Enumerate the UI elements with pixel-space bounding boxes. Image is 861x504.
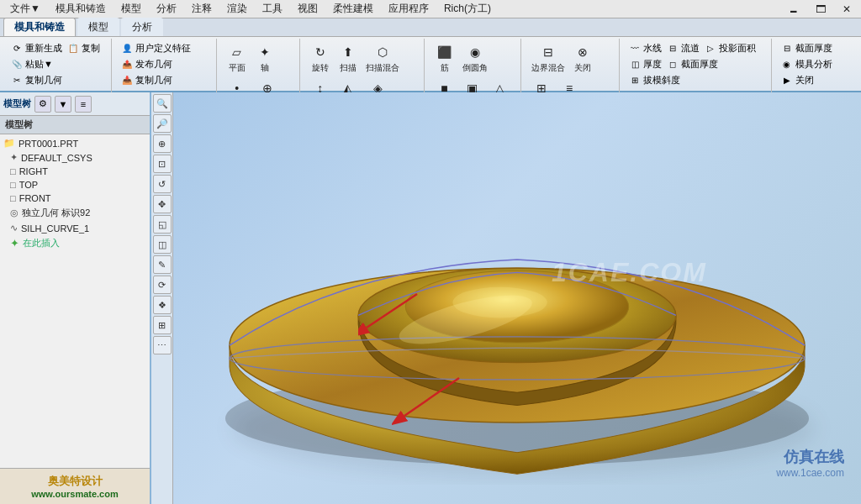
btn-axis[interactable]: ✦ 轴 — [251, 40, 278, 76]
btn-plane[interactable]: ▱ 平面 — [224, 40, 251, 76]
side-rotate[interactable]: ↺ — [153, 175, 172, 193]
maximize-button[interactable]: 🗖 — [809, 2, 832, 17]
panel-expand-button[interactable]: ▼ — [55, 96, 71, 113]
tab-mold[interactable]: 模具和铸造 — [3, 18, 76, 36]
minimize-button[interactable]: 🗕 — [782, 2, 806, 17]
waterline-icon: 〰 — [628, 41, 642, 55]
btn-sweep[interactable]: ⬆ 扫描 — [335, 40, 362, 76]
boundary-blend-icon: ⊟ — [538, 42, 558, 62]
thickness-icon: ◫ — [628, 57, 642, 71]
side-annotate[interactable]: ✎ — [153, 255, 172, 274]
panel-options-button[interactable]: ≡ — [75, 96, 92, 113]
menu-view[interactable]: 视图 — [291, 0, 325, 18]
btn-publish-geom[interactable]: 📤 发布几何 — [119, 56, 174, 71]
tree-item-4[interactable]: □FRONT — [0, 192, 150, 205]
plane-icon: ▱ — [227, 42, 247, 62]
publish-icon: 📤 — [120, 57, 134, 71]
btn-copy-geom[interactable]: ✂ 复制几何 — [8, 72, 64, 87]
menu-file[interactable]: 文件▼ — [3, 0, 47, 18]
section-analysis-icon: ⊟ — [780, 41, 794, 55]
btn-section-analysis[interactable]: ⊟ 截面厚度 — [779, 40, 834, 55]
btn-runner[interactable]: ⊟ 流道 — [664, 40, 701, 55]
btn-copy-geom2[interactable]: 📥 复制几何 — [119, 72, 174, 87]
menu-flexible[interactable]: 柔性建模 — [326, 0, 380, 18]
mold-analysis-icon: ◉ — [780, 57, 794, 71]
tree-item-5[interactable]: ◎独立几何 标识92 — [0, 205, 150, 221]
side-zoom-in[interactable]: 🔍 — [153, 94, 172, 113]
ribbon-tabs: 模具和铸造 模型 分析 — [0, 18, 861, 37]
runner-icon: ⊟ — [666, 41, 679, 55]
side-pan[interactable]: ✥ — [153, 195, 172, 213]
btn-mold-analysis[interactable]: ◉ 模具分析 — [779, 56, 834, 71]
3d-model-svg — [173, 92, 861, 504]
insert-icon: ✦ — [10, 237, 19, 249]
close-button[interactable]: ✕ — [836, 2, 858, 17]
menu-mold[interactable]: 模具和铸造 — [49, 0, 113, 18]
copy-geom-icon: ✂ — [10, 73, 24, 87]
menu-tools[interactable]: 工具 — [256, 0, 289, 18]
paste-icon: 📎 — [10, 57, 24, 71]
production-buttons: 〰 水线 ⊟ 流道 ▷ 投影面积 ◫ 厚度 ◻ 截面厚度 — [626, 39, 766, 89]
tree-item-2[interactable]: □RIGHT — [0, 165, 150, 178]
side-refresh[interactable]: ⟳ — [153, 276, 172, 294]
menu-applications[interactable]: 应用程序 — [382, 0, 436, 18]
tree-item-6[interactable]: ∿SILH_CURVE_1 — [0, 221, 150, 235]
tree-icon-6: ∿ — [10, 223, 18, 234]
tree-item-3[interactable]: □TOP — [0, 178, 150, 192]
btn-sweep-blend[interactable]: ⬡ 扫描混合 — [362, 40, 403, 76]
analysis-buttons: ⊟ 截面厚度 ◉ 模具分析 ▶ 关闭 — [779, 39, 853, 89]
menu-render[interactable]: 渲染 — [220, 0, 254, 18]
tab-analysis[interactable]: 分析 — [121, 18, 163, 36]
btn-copy[interactable]: 📋 复制 — [65, 40, 102, 55]
tree-item-7[interactable]: ✦在此插入 — [0, 235, 150, 251]
btn-waterline[interactable]: 〰 水线 — [626, 40, 663, 55]
btn-regenerate[interactable]: ⟳ 重新生成 — [8, 40, 64, 55]
side-options[interactable]: ❖ — [153, 296, 172, 314]
section-thickness-icon: ◻ — [666, 57, 679, 71]
side-fit[interactable]: ⊡ — [153, 155, 172, 173]
btn-section-thickness[interactable]: ◻ 截面厚度 — [664, 56, 720, 71]
viewport[interactable]: 1CAE.COM 仿真在线 www.1cae.com — [173, 92, 861, 504]
panel-title: 模型树 — [3, 97, 31, 110]
rib-icon: ⬛ — [435, 42, 455, 62]
close2-icon: ⊗ — [573, 42, 593, 62]
side-grid[interactable]: ⊞ — [153, 316, 172, 334]
main-area: 模型树 ⚙ ▼ ≡ 模型树 📁PRT0001.PRT✦DEFAULT_CSYS□… — [0, 92, 861, 504]
tree-icon-0: 📁 — [3, 138, 15, 149]
btn-fillet[interactable]: ◉ 倒圆角 — [459, 40, 491, 76]
tree-item-0[interactable]: 📁PRT0001.PRT — [0, 136, 150, 150]
model-tree-header: 模型树 — [0, 116, 150, 134]
tree-icon-4: □ — [10, 193, 16, 203]
menu-model[interactable]: 模型 — [114, 0, 148, 18]
regenerate-icon: ⟳ — [10, 41, 24, 55]
tree-icon-2: □ — [10, 166, 16, 176]
company-name: 奥美特设计 — [5, 474, 145, 489]
copy-icon: 📋 — [66, 41, 80, 55]
btn-revolve[interactable]: ↻ 旋转 — [307, 40, 334, 76]
btn-boundary-blend[interactable]: ⊟ 边界混合 — [528, 40, 568, 76]
model-tree: 📁PRT0001.PRT✦DEFAULT_CSYS□RIGHT□TOP□FRON… — [0, 134, 150, 468]
side-orient[interactable]: ◱ — [153, 215, 172, 234]
btn-user-feature[interactable]: 👤 用户定义特征 — [119, 40, 193, 55]
btn-paste[interactable]: 📎 粘贴▼ — [8, 56, 55, 71]
revolve-icon: ↻ — [310, 42, 330, 62]
side-zoom-out[interactable]: 🔎 — [153, 114, 172, 133]
btn-thickness[interactable]: ◫ 厚度 — [626, 56, 663, 71]
draft-slope-icon: ⊞ — [628, 73, 642, 87]
panel-settings-button[interactable]: ⚙ — [34, 96, 51, 113]
menu-analysis[interactable]: 分析 — [150, 0, 183, 18]
left-panel: 模型树 ⚙ ▼ ≡ 模型树 📁PRT0001.PRT✦DEFAULT_CSYS□… — [0, 92, 151, 504]
btn-rib[interactable]: ⬛ 筋 — [431, 40, 458, 76]
btn-proj-area[interactable]: ▷ 投影面积 — [702, 40, 758, 55]
tab-model[interactable]: 模型 — [77, 18, 119, 36]
menu-annotation[interactable]: 注释 — [185, 0, 219, 18]
side-section[interactable]: ◫ — [153, 235, 172, 254]
btn-close-analysis[interactable]: ▶ 关闭 — [779, 72, 816, 87]
proj-area-icon: ▷ — [704, 41, 717, 55]
tree-item-1[interactable]: ✦DEFAULT_CSYS — [0, 150, 150, 165]
btn-close[interactable]: ⊗ 关闭 — [569, 40, 596, 76]
menu-rich[interactable]: Rich(方工) — [437, 0, 498, 18]
side-zoom-area[interactable]: ⊕ — [153, 134, 172, 153]
side-more[interactable]: ⋯ — [153, 336, 172, 354]
btn-draft-slope[interactable]: ⊞ 拔模斜度 — [626, 72, 682, 87]
